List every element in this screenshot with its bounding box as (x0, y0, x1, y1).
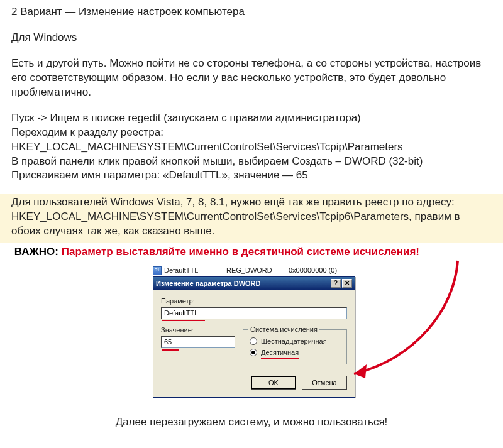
radio-hex-label: Шестнадцатеричная (261, 337, 327, 346)
ok-button[interactable]: OK (251, 376, 296, 390)
dialog-title: Изменение параметра DWORD (156, 279, 329, 288)
param-label: Параметр: (161, 297, 347, 306)
important-text: Параметр выставляйте именно в десятичной… (62, 246, 419, 258)
step-line-4: В правой панели клик правой кнопкой мыши… (11, 155, 492, 169)
radix-legend: Система исчисления (248, 325, 319, 334)
underline-value (162, 349, 179, 351)
radio-dec-row[interactable]: Десятичная (250, 348, 340, 358)
cancel-button[interactable]: Отмена (302, 376, 347, 390)
heading: 2 Вариант — Изменение настроек компьютер… (11, 5, 492, 19)
steps-block: Пуск -> Ищем в поиске regedit (запускаем… (11, 111, 492, 183)
dword-icon (153, 266, 162, 275)
radio-hex-row[interactable]: Шестнадцатеричная (250, 337, 340, 346)
footer-line: Далее перезагружаем систему, и можно пол… (11, 415, 492, 430)
highlight-note: Для пользователей Windows Vista, 7, 8, 8… (0, 194, 503, 243)
registry-row: DefaultTTL REG_DWORD 0x00000000 (0) (153, 266, 373, 275)
important-label: ВАЖНО: (14, 246, 58, 258)
help-button[interactable]: ? (331, 279, 341, 288)
registry-type: REG_DWORD (226, 266, 286, 275)
radix-groupbox: Система исчисления Шестнадцатеричная Дес… (243, 329, 347, 365)
dialog-titlebar: Изменение параметра DWORD ? ✕ (153, 277, 355, 290)
os-label: Для Windows (11, 31, 492, 45)
step-line-3: HKEY_LOCAL_MACHINE\SYSTEM\CurrentControl… (11, 140, 492, 155)
radio-hex[interactable] (250, 337, 257, 345)
radio-dec-label: Десятичная (261, 348, 299, 358)
step-line-5: Присваиваем имя параметра: «DefaultTTL»,… (11, 168, 492, 183)
radio-dec[interactable] (250, 349, 257, 356)
edit-dword-dialog: Изменение параметра DWORD ? ✕ Параметр: … (153, 276, 355, 398)
close-button[interactable]: ✕ (342, 279, 352, 288)
important-line: ВАЖНО: Параметр выставляйте именно в дес… (11, 245, 492, 260)
step-line-2: Переходим к разделу реестра: (11, 126, 492, 140)
highlight-line-1: Для пользователей Windows Vista, 7, 8, 8… (11, 195, 492, 210)
underline-param (162, 320, 205, 321)
value-input[interactable] (161, 336, 235, 348)
value-label: Значение: (161, 325, 235, 335)
step-line-1: Пуск -> Ищем в поиске regedit (запускаем… (11, 111, 492, 126)
registry-name: DefaultTTL (164, 266, 224, 275)
registry-value: 0x00000000 (0) (289, 266, 373, 275)
intro-paragraph: Есть и другой путь. Можно пойти не со ст… (11, 57, 492, 100)
param-input[interactable] (161, 307, 347, 319)
highlight-line-2: HKEY_LOCAL_MACHINE\SYSTEM\CurrentControl… (11, 210, 492, 239)
